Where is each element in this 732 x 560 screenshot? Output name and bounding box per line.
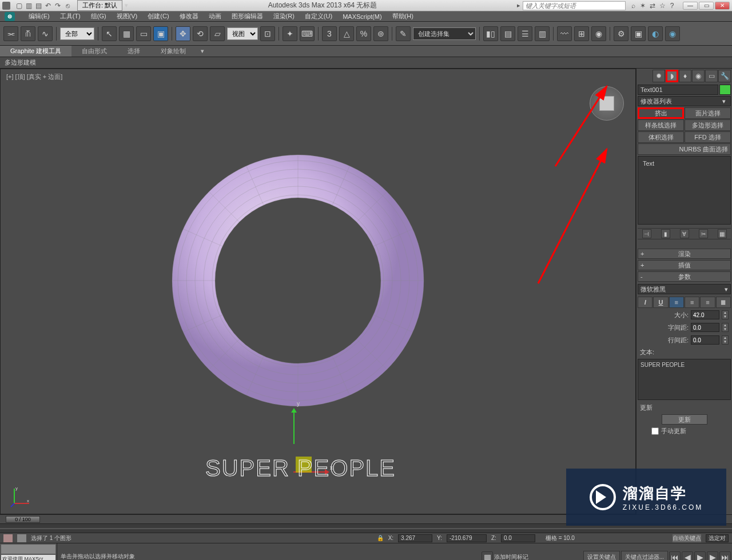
display-tab-icon[interactable]: ▭ [705, 70, 718, 82]
menu-edit[interactable]: 编辑(E) [29, 12, 50, 21]
pivot-icon[interactable]: ⊡ [260, 26, 275, 41]
keyfilter-button[interactable]: 关键点过滤器... [621, 551, 668, 561]
object-color-swatch[interactable] [719, 85, 731, 95]
kerning-spin-buttons[interactable]: ▲▼ [722, 323, 729, 332]
volsel-mod-button[interactable]: 体积选择 [638, 131, 684, 143]
selection-filter-drop[interactable]: 全部 [60, 27, 94, 40]
create-tab-icon[interactable]: ✹ [653, 70, 665, 82]
timeconfig-icon[interactable]: ▦ [482, 551, 493, 561]
help-search-input[interactable] [523, 1, 626, 10]
select-name-icon[interactable]: ▦ [119, 26, 134, 41]
menu-grapheditors[interactable]: 图形编辑器 [232, 12, 263, 21]
favorite-icon[interactable]: ☆ [658, 2, 666, 10]
menu-maxscript[interactable]: MAXScript(M) [343, 13, 381, 20]
named-selset-drop[interactable]: 创建选择集 [413, 27, 476, 40]
open-icon[interactable]: ▥ [25, 2, 33, 10]
menu-views[interactable]: 视图(V) [117, 12, 138, 21]
rollout-render[interactable]: +渲染 [638, 249, 731, 259]
splinesel-mod-button[interactable]: 样条线选择 [638, 119, 684, 131]
render-icon[interactable]: ◐ [648, 26, 663, 41]
curve-editor-icon[interactable]: 〰 [557, 26, 572, 41]
edit-selset-icon[interactable]: ✎ [396, 26, 411, 41]
align-left-button[interactable]: ≡ [669, 297, 684, 308]
text-input[interactable]: SUPER PEOPLE [638, 359, 731, 400]
coord-z-field[interactable]: 0.0 [501, 534, 535, 542]
time-slider-thumb[interactable]: 0 / 100 [6, 516, 40, 523]
unlink-tool-icon[interactable]: ⫚ [21, 26, 35, 41]
ribbon-expand-icon[interactable]: ▾ [196, 46, 209, 56]
lock-selection-icon[interactable]: 🔒 [377, 535, 384, 541]
rollout-interp[interactable]: +插值 [638, 260, 731, 270]
layers-icon[interactable]: ☰ [518, 26, 532, 41]
text-object[interactable]: SUPER PEOPLE [205, 455, 396, 481]
save-icon[interactable]: ▤ [34, 2, 42, 10]
move-tool-icon[interactable]: ✥ [176, 26, 190, 41]
viewcube[interactable] [590, 86, 624, 121]
close-button[interactable]: ✕ [715, 2, 730, 10]
utilities-tab-icon[interactable]: 🔧 [718, 70, 731, 82]
material-icon[interactable]: ◉ [591, 26, 606, 41]
isolate-icon[interactable] [17, 534, 26, 542]
extrude-mod-button[interactable]: 挤出 [638, 107, 684, 119]
menu-rendering[interactable]: 渲染(R) [273, 12, 295, 21]
menu-help[interactable]: 帮助(H) [392, 12, 413, 21]
menu-customize[interactable]: 自定义(U) [305, 12, 332, 21]
window-crossing-icon[interactable]: ▣ [153, 26, 168, 41]
link-icon[interactable]: ⎋ [63, 2, 71, 10]
undo-icon[interactable]: ↶ [44, 2, 52, 10]
unique-icon[interactable]: ∀ [680, 229, 689, 238]
redo-icon[interactable]: ↷ [54, 2, 62, 10]
menu-animation[interactable]: 动画 [209, 12, 221, 21]
gizmo-y-axis[interactable] [293, 410, 295, 444]
link-tool-icon[interactable]: ⫘ [3, 26, 18, 41]
new-icon[interactable]: ▢ [15, 2, 23, 10]
select-tool-icon[interactable]: ↖ [102, 26, 117, 41]
kerning-spinner[interactable]: 0.0 [691, 323, 719, 332]
hierarchy-tab-icon[interactable]: ♦ [679, 70, 691, 82]
torus-object[interactable] [161, 143, 435, 418]
setkey-button[interactable]: 设置关键点 [583, 551, 620, 561]
snap-spinner-icon[interactable]: ⊚ [373, 26, 388, 41]
bind-tool-icon[interactable]: ∿ [38, 26, 53, 41]
snap-2d-icon[interactable]: 3 [322, 26, 337, 41]
goto-start-icon[interactable]: ⏮ [669, 551, 681, 561]
align-icon[interactable]: ▤ [500, 26, 515, 41]
snap-angle-icon[interactable]: △ [339, 26, 354, 41]
snap-percent-icon[interactable]: % [356, 26, 371, 41]
stack-item-text[interactable]: Text [640, 159, 728, 168]
tab-selection[interactable]: 选择 [117, 46, 150, 57]
menu-group[interactable]: 组(G) [91, 12, 106, 21]
motion-tab-icon[interactable]: ◉ [692, 70, 705, 82]
scale-tool-icon[interactable]: ▱ [210, 26, 225, 41]
schematic-icon[interactable]: ⊞ [574, 26, 589, 41]
tab-freeform[interactable]: 自由形式 [71, 46, 117, 57]
app-logo-icon[interactable]: ⊜ [5, 12, 15, 21]
subscription-icon[interactable]: ✶ [639, 2, 647, 10]
manual-update-checkbox[interactable] [651, 427, 659, 435]
render-frame-icon[interactable]: ▣ [631, 26, 646, 41]
autokey-button[interactable]: 自动关键点 [673, 534, 701, 542]
object-name-field[interactable]: Text001 [638, 85, 718, 95]
refcoord-drop[interactable]: 视图 [227, 27, 258, 40]
viewport-label[interactable]: [+] [顶] [真实 + 边面] [6, 73, 62, 81]
exchange-icon[interactable]: ⇄ [649, 2, 657, 10]
nurbs-mod-button[interactable]: NURBS 曲面选择 [638, 143, 731, 155]
keyboard-icon[interactable]: ⌨ [300, 26, 315, 41]
config-icon[interactable]: ▦ [718, 229, 727, 238]
size-spinner[interactable]: 42.0 [691, 310, 719, 319]
goto-end-icon[interactable]: ⏭ [719, 551, 731, 561]
rotate-tool-icon[interactable]: ⟲ [193, 26, 208, 41]
workspace-selector[interactable]: 工作台: 默认 [77, 0, 122, 11]
underline-button[interactable]: U [653, 297, 668, 308]
minimize-button[interactable]: — [683, 2, 698, 10]
menu-tools[interactable]: 工具(T) [60, 12, 81, 21]
manip-icon[interactable]: ✦ [283, 26, 297, 41]
coord-y-field[interactable]: -210.679 [447, 534, 487, 542]
tab-graphite[interactable]: Graphite 建模工具 [0, 46, 71, 57]
pin-stack-icon[interactable]: ⊣ [642, 229, 651, 238]
tab-paint[interactable]: 对象绘制 [150, 46, 196, 57]
coord-x-field[interactable]: 3.267 [398, 534, 432, 542]
script-mini-icon[interactable] [1, 545, 55, 554]
help-icon[interactable]: ? [668, 2, 676, 10]
app-menu-icon[interactable] [2, 2, 10, 10]
